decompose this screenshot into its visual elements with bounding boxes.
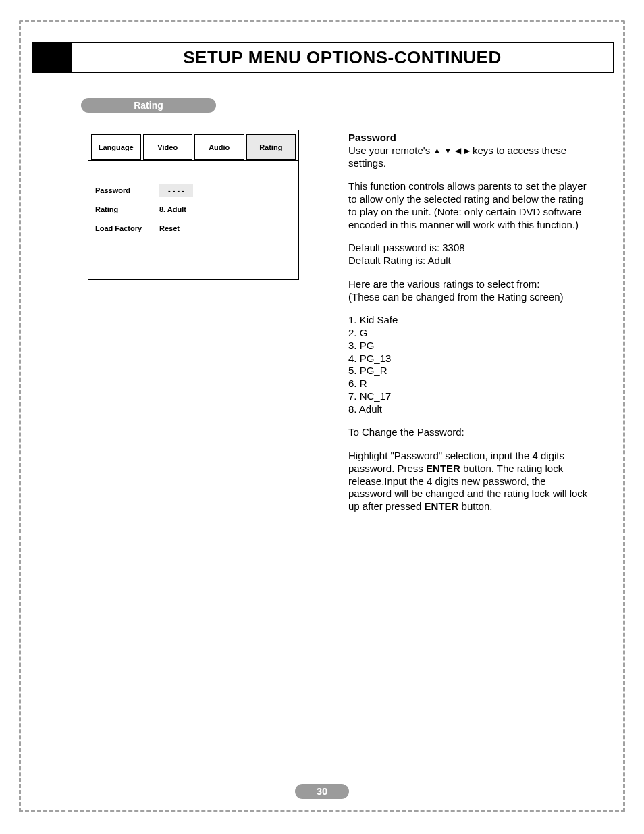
default-rating: Default Rating is: Adult bbox=[348, 255, 591, 267]
osd-value: Reset bbox=[159, 224, 213, 232]
ratings-list: 1. Kid Safe 2. G 3. PG 4. PG_13 5. PG_R … bbox=[348, 314, 591, 415]
ratings-intro-b: (These can be changed from the Rating sc… bbox=[348, 291, 591, 304]
tab-audio: Audio bbox=[194, 134, 244, 160]
osd-menu-screenshot: Language Video Audio Rating Password - -… bbox=[88, 130, 299, 280]
defaults-block: Default password is: 3308 Default Rating… bbox=[348, 242, 591, 267]
rating-item: 1. Kid Safe bbox=[348, 314, 591, 327]
osd-label: Password bbox=[95, 186, 159, 194]
heading-password-text: Password bbox=[348, 132, 396, 143]
section-label-pill: Rating bbox=[81, 98, 216, 113]
arrow-left-icon: ◀ bbox=[455, 146, 461, 155]
tab-language: Language bbox=[91, 134, 141, 160]
heading-password: Password Use your remote's ▲ ▼ ◀ ▶ keys … bbox=[348, 132, 591, 170]
ratings-intro: Here are the various ratings to select f… bbox=[348, 278, 591, 304]
p6e: button. bbox=[458, 500, 492, 512]
osd-label: Rating bbox=[95, 205, 159, 213]
rating-item: 4. PG_13 bbox=[348, 353, 591, 365]
rating-item: 2. G bbox=[348, 327, 591, 340]
osd-label: Load Factory bbox=[95, 224, 159, 232]
manual-page: SETUP MENU OPTIONS-CONTINUED Rating Lang… bbox=[0, 0, 644, 834]
change-password-text: Highlight "Password" selection, input th… bbox=[348, 450, 591, 513]
paragraph-function: This function controls allows parents to… bbox=[348, 180, 591, 231]
enter-bold-2: ENTER bbox=[425, 500, 459, 512]
arrow-up-icon: ▲ bbox=[433, 146, 441, 155]
rating-item: 7. NC_17 bbox=[348, 390, 591, 403]
arrow-right-icon: ▶ bbox=[464, 146, 470, 155]
rating-item: 6. R bbox=[348, 377, 591, 390]
osd-row-rating: Rating 8. Adult bbox=[95, 200, 292, 219]
header-black-block bbox=[34, 43, 72, 72]
osd-value: - - - - bbox=[159, 184, 193, 197]
ratings-intro-a: Here are the various ratings to select f… bbox=[348, 278, 591, 291]
tab-video: Video bbox=[143, 134, 193, 160]
body-text-column: Password Use your remote's ▲ ▼ ◀ ▶ keys … bbox=[348, 132, 591, 524]
rating-item: 8. Adult bbox=[348, 403, 591, 416]
osd-row-load-factory: Load Factory Reset bbox=[95, 219, 292, 238]
enter-bold-1: ENTER bbox=[426, 463, 460, 474]
page-number-pill: 30 bbox=[295, 784, 349, 799]
arrow-down-icon: ▼ bbox=[444, 146, 452, 155]
p1a: Use your remote's bbox=[348, 145, 433, 156]
rating-item: 5. PG_R bbox=[348, 365, 591, 377]
rating-item: 3. PG bbox=[348, 340, 591, 353]
osd-row-password: Password - - - - bbox=[95, 181, 292, 200]
osd-tabs: Language Video Audio Rating bbox=[88, 130, 298, 160]
osd-body: Password - - - - Rating 8. Adult Load Fa… bbox=[88, 160, 298, 244]
default-password: Default password is: 3308 bbox=[348, 242, 591, 255]
change-password-heading: To Change the Password: bbox=[348, 426, 591, 439]
page-title: SETUP MENU OPTIONS-CONTINUED bbox=[72, 47, 613, 68]
tab-rating: Rating bbox=[246, 134, 296, 160]
page-header: SETUP MENU OPTIONS-CONTINUED bbox=[32, 42, 614, 73]
osd-value: 8. Adult bbox=[159, 205, 213, 213]
